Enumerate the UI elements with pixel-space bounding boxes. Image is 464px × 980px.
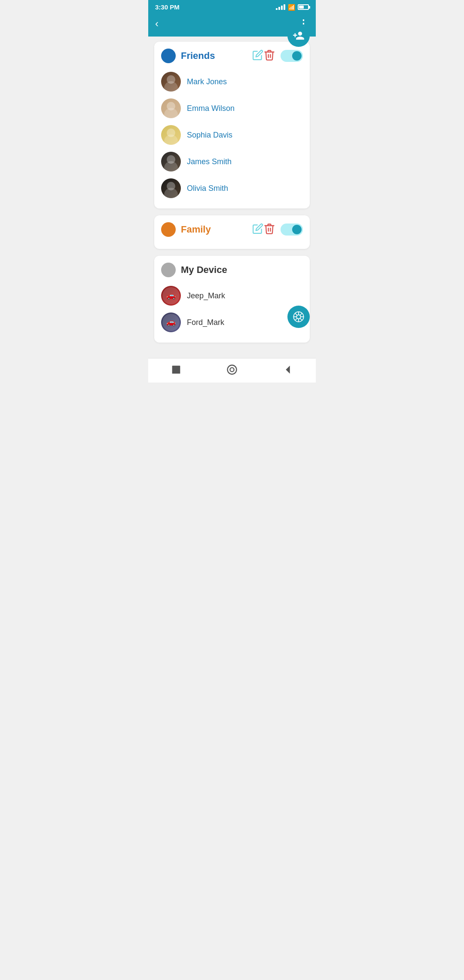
group-actions-family (263, 223, 303, 236)
network-fab[interactable] (287, 306, 310, 328)
toggle-family[interactable] (281, 224, 303, 236)
stop-icon (170, 364, 182, 376)
add-person-fab[interactable] (287, 24, 310, 47)
edit-icon-friends[interactable] (252, 49, 263, 62)
status-icons: 📶 (276, 4, 309, 11)
back-nav-button[interactable] (282, 364, 294, 376)
group-name-friends: Friends (181, 50, 249, 61)
edit-icon-family[interactable] (252, 223, 263, 236)
svg-text:🚗: 🚗 (166, 291, 176, 300)
member-name: Olivia Smith (187, 184, 228, 193)
svg-point-3 (164, 108, 178, 118)
avatar: 🚗 (161, 286, 181, 306)
group-dot-friends (161, 49, 176, 63)
avatar (161, 152, 181, 172)
list-item[interactable]: 🚗 Ford_Mark (161, 309, 303, 336)
svg-line-21 (300, 318, 302, 320)
battery-icon (298, 4, 309, 10)
group-card-friends: Friends (154, 42, 310, 208)
add-person-icon (293, 30, 305, 42)
avatar (161, 72, 181, 92)
member-name: Jeep_Mark (187, 291, 225, 300)
back-button[interactable]: ‹ (155, 18, 159, 30)
bottom-nav (148, 358, 316, 383)
svg-point-25 (228, 365, 237, 374)
delete-icon-family[interactable] (263, 223, 275, 236)
delete-icon-friends[interactable] (263, 49, 275, 63)
avatar (161, 125, 181, 145)
list-item[interactable]: James Smith (161, 148, 303, 175)
avatar (161, 178, 181, 198)
member-name: James Smith (187, 157, 232, 166)
group-actions-friends (263, 49, 303, 63)
group-header-family: Family (161, 222, 303, 237)
toggle-friends[interactable] (281, 50, 303, 62)
svg-point-15 (296, 315, 300, 318)
group-name-family: Family (181, 224, 249, 235)
groups-container: Friends (154, 42, 310, 343)
avatar (161, 98, 181, 118)
svg-marker-27 (286, 366, 290, 374)
group-header-mydevice: My Device (161, 263, 303, 277)
group-header-friends: Friends (161, 49, 303, 63)
member-name: Ford_Mark (187, 318, 224, 327)
signal-icon (276, 4, 285, 10)
svg-point-26 (230, 368, 234, 371)
status-bar: 3:30 PM 📶 (148, 0, 316, 13)
group-dot-family (161, 222, 176, 237)
group-card-family: Family (154, 215, 310, 249)
svg-text:🚗: 🚗 (166, 317, 176, 327)
list-item[interactable]: Sophia Davis (161, 122, 303, 148)
stop-button[interactable] (170, 364, 182, 376)
wifi-icon: 📶 (288, 4, 295, 11)
svg-point-9 (164, 188, 178, 198)
svg-point-1 (164, 81, 178, 92)
avatar: 🚗 (161, 312, 181, 332)
list-item[interactable]: Emma Wilson (161, 95, 303, 122)
list-item[interactable]: Olivia Smith (161, 175, 303, 202)
home-button[interactable] (226, 364, 238, 376)
svg-rect-24 (172, 366, 180, 374)
svg-line-22 (300, 313, 302, 315)
list-item[interactable]: 🚗 Jeep_Mark (161, 282, 303, 309)
group-name-mydevice: My Device (181, 264, 303, 276)
svg-line-23 (295, 318, 297, 320)
member-name: Sophia Davis (187, 131, 232, 140)
svg-point-5 (164, 135, 178, 145)
home-icon (226, 364, 238, 376)
group-card-mydevice: My Device 🚗 Jeep_Mark 🚗 Ford_Mark (154, 256, 310, 343)
network-icon (293, 311, 305, 323)
back-nav-icon (282, 364, 294, 376)
member-name: Emma Wilson (187, 104, 235, 113)
svg-point-7 (164, 161, 178, 172)
list-item[interactable]: Mark Jones (161, 68, 303, 95)
svg-line-20 (295, 313, 297, 315)
status-time: 3:30 PM (155, 3, 180, 11)
member-name: Mark Jones (187, 77, 227, 86)
group-dot-mydevice (161, 263, 176, 277)
